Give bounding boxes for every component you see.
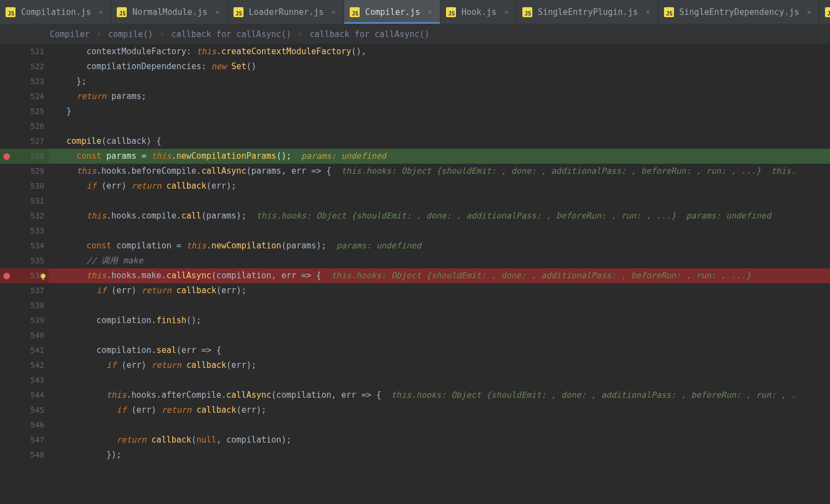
code-line[interactable]: 535 // 调用 make	[0, 253, 830, 268]
gutter-marks[interactable]	[0, 238, 19, 253]
gutter-marks[interactable]	[0, 403, 19, 418]
code-line[interactable]: 543	[0, 373, 830, 388]
code-text[interactable]: compilation.seal(err => {	[49, 343, 830, 358]
tab-compiler-js[interactable]: JSCompiler.js×	[344, 0, 440, 24]
code-line[interactable]: 539 compilation.finish();	[0, 313, 830, 328]
code-line[interactable]: 527 compile(callback) {	[0, 134, 830, 149]
lightbulb-icon[interactable]	[39, 272, 48, 280]
gutter-marks[interactable]	[0, 388, 19, 403]
code-line[interactable]: 531	[0, 194, 830, 209]
code-text[interactable]: }	[49, 104, 830, 119]
gutter-marks[interactable]	[0, 253, 19, 268]
gutter-marks[interactable]	[0, 104, 19, 119]
tab-compilation-js[interactable]: JSCompilation.js×	[0, 0, 111, 24]
code-text[interactable]	[49, 119, 830, 134]
gutter-marks[interactable]	[0, 59, 19, 74]
tab-singleentryplugin-js[interactable]: JSSingleEntryPlugin.js×	[517, 0, 658, 24]
code-line[interactable]: 521 contextModuleFactory: this.createCon…	[0, 44, 830, 59]
gutter-marks[interactable]	[0, 343, 19, 358]
code-text[interactable]: return params;	[49, 89, 830, 104]
code-line[interactable]: 533	[0, 224, 830, 238]
gutter-marks[interactable]	[0, 164, 19, 179]
code-text[interactable]: compilation.finish();	[49, 313, 830, 328]
breadcrumb-item[interactable]: Compiler	[50, 29, 90, 39]
gutter-marks[interactable]	[0, 268, 19, 283]
code-text[interactable]: this.hooks.make.callAsync(compilation, e…	[49, 268, 830, 283]
tab-loaderrunner-js[interactable]: JSLoaderRunner.js×	[228, 0, 344, 24]
code-text[interactable]: if (err) return callback(err);	[49, 403, 830, 418]
code-text[interactable]	[49, 298, 830, 313]
close-icon[interactable]: ×	[98, 8, 103, 16]
code-line[interactable]: 537 if (err) return callback(err);	[0, 283, 830, 298]
close-icon[interactable]: ×	[504, 8, 509, 16]
code-text[interactable]: if (err) return callback(err);	[49, 283, 830, 298]
code-text[interactable]: const params = this.newCompilationParams…	[49, 149, 830, 164]
code-text[interactable]: // 调用 make	[49, 253, 830, 268]
gutter-marks[interactable]	[0, 149, 19, 164]
gutter-marks[interactable]	[0, 373, 19, 388]
code-text[interactable]	[49, 418, 830, 433]
code-text[interactable]: if (err) return callback(err);	[49, 179, 830, 194]
gutter-marks[interactable]	[0, 179, 19, 194]
breakpoint-icon[interactable]	[3, 153, 10, 160]
code-text[interactable]: this.hooks.afterCompile.callAsync(compil…	[49, 388, 830, 403]
code-text[interactable]: this.hooks.beforeCompile.callAsync(param…	[49, 164, 830, 179]
gutter-marks[interactable]	[0, 44, 19, 59]
tab-singleentrydependency-js[interactable]: JSSingleEntryDependency.js×	[658, 0, 820, 24]
gutter-marks[interactable]	[0, 89, 19, 104]
code-text[interactable]	[49, 373, 830, 388]
gutter-marks[interactable]	[0, 119, 19, 134]
code-line[interactable]: 546	[0, 418, 830, 433]
code-line[interactable]: 530 if (err) return callback(err);	[0, 179, 830, 194]
code-text[interactable]: const compilation = this.newCompilation(…	[49, 238, 830, 253]
gutter-marks[interactable]	[0, 74, 19, 89]
gutter-marks[interactable]	[0, 433, 19, 448]
code-line[interactable]: 541 compilation.seal(err => {	[0, 343, 830, 358]
code-text[interactable]: });	[49, 448, 830, 463]
code-line[interactable]: 528 const params = this.newCompilationPa…	[0, 149, 830, 164]
code-line[interactable]: 522 compilationDependencies: new Set()	[0, 59, 830, 74]
breadcrumb-item[interactable]: callback for callAsync()	[172, 29, 292, 39]
code-line[interactable]: 548 });	[0, 448, 830, 463]
gutter-marks[interactable]	[0, 283, 19, 298]
code-text[interactable]	[49, 328, 830, 343]
close-icon[interactable]: ×	[807, 8, 811, 16]
code-text[interactable]: };	[49, 74, 830, 89]
breadcrumb-item[interactable]: compile()	[108, 29, 153, 39]
gutter-marks[interactable]	[0, 298, 19, 313]
tab-normalmodule-js[interactable]: JSNormalModule.js×	[111, 0, 227, 24]
gutter-marks[interactable]	[0, 134, 19, 149]
close-icon[interactable]: ×	[215, 8, 220, 16]
code-text[interactable]	[49, 224, 830, 238]
code-line[interactable]: 544 this.hooks.afterCompile.callAsync(co…	[0, 388, 830, 403]
code-line[interactable]: 523 };	[0, 74, 830, 89]
code-text[interactable]: if (err) return callback(err);	[49, 358, 830, 373]
code-line[interactable]: 542 if (err) return callback(err);	[0, 358, 830, 373]
close-icon[interactable]: ×	[331, 8, 336, 16]
code-text[interactable]: return callback(null, compilation);	[49, 433, 830, 448]
code-text[interactable]: this.hooks.compile.call(params); this.ho…	[49, 209, 830, 224]
code-line[interactable]: 532 this.hooks.compile.call(params); thi…	[0, 209, 830, 224]
gutter-marks[interactable]	[0, 448, 19, 463]
gutter-marks[interactable]	[0, 194, 19, 209]
gutter-marks[interactable]	[0, 209, 19, 224]
close-icon[interactable]: ×	[646, 8, 650, 16]
tab-index-js[interactable]: JSindex.js×	[819, 0, 830, 24]
code-line[interactable]: 534 const compilation = this.newCompilat…	[0, 238, 830, 253]
code-line[interactable]: 536 this.hooks.make.callAsync(compilatio…	[0, 268, 830, 283]
code-text[interactable]: contextModuleFactory: this.createContext…	[49, 44, 830, 59]
code-line[interactable]: 525 }	[0, 104, 830, 119]
gutter-marks[interactable]	[0, 418, 19, 433]
code-line[interactable]: 540	[0, 328, 830, 343]
code-line[interactable]: 547 return callback(null, compilation);	[0, 433, 830, 448]
gutter-marks[interactable]	[0, 328, 19, 343]
gutter-marks[interactable]	[0, 224, 19, 238]
code-line[interactable]: 545 if (err) return callback(err);	[0, 403, 830, 418]
code-line[interactable]: 524 return params;	[0, 89, 830, 104]
code-text[interactable]: compilationDependencies: new Set()	[49, 59, 830, 74]
code-line[interactable]: 538	[0, 298, 830, 313]
tab-hook-js[interactable]: JSHook.js×	[440, 0, 517, 24]
code-line[interactable]: 529 this.hooks.beforeCompile.callAsync(p…	[0, 164, 830, 179]
gutter-marks[interactable]	[0, 313, 19, 328]
close-icon[interactable]: ×	[428, 8, 432, 16]
